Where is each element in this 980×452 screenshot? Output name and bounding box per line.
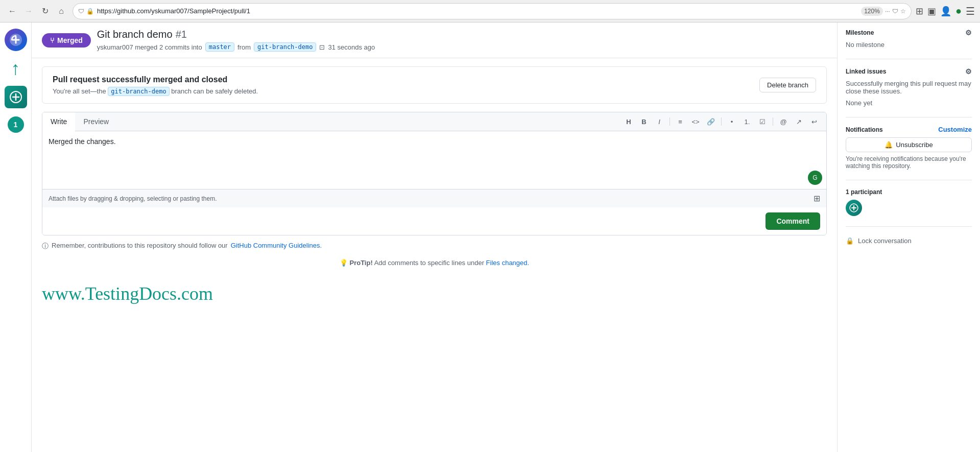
comment-textarea[interactable]: Merged the changes.	[42, 131, 826, 187]
milestone-value: No milestone	[846, 41, 972, 49]
tab-write[interactable]: Write	[42, 112, 75, 131]
customize-link[interactable]: Customize	[938, 126, 972, 133]
notifications-title: Notifications Customize	[846, 126, 972, 133]
zoom-level: 120%	[861, 7, 883, 16]
files-changed-link[interactable]: Files changed.	[486, 259, 530, 267]
toolbar-ref[interactable]: ↗	[792, 115, 806, 128]
toolbar-ordered-list[interactable]: 1.	[740, 115, 754, 128]
pr-from-text: from	[237, 43, 251, 51]
content-row: ⑂ Merged Git branch demo #1 yskumar007 m…	[32, 22, 980, 452]
comment-button[interactable]: Comment	[766, 212, 820, 230]
unsubscribe-button[interactable]: 🔔 Unsubscribe	[846, 137, 972, 152]
base-branch: master	[205, 42, 234, 52]
address-bar-icons: 🛡 🔒	[78, 8, 94, 15]
protip-text: Add comments to specific lines under	[374, 259, 484, 267]
toolbar-unordered-list[interactable]: •	[725, 115, 739, 128]
user-avatar: G	[808, 171, 822, 185]
editor-body: Merged the changes. G	[42, 131, 826, 189]
info-icon: ⓘ	[42, 242, 49, 251]
lock-icon: 🔒	[846, 237, 854, 245]
lock-icon: 🔒	[86, 8, 94, 15]
pr-title: Git branch demo	[97, 29, 173, 40]
linked-issues-desc: Successfully merging this pull request m…	[846, 80, 972, 95]
toolbar-bold[interactable]: B	[637, 115, 651, 128]
head-branch: git-branch-demo	[254, 42, 316, 52]
merged-box: Pull request successfully merged and clo…	[42, 66, 827, 104]
toolbar-italic[interactable]: I	[652, 115, 666, 128]
menu-button[interactable]: ☰	[966, 5, 975, 17]
merged-sub-prefix: You're all set—the	[53, 87, 106, 95]
unsubscribe-label: Unsubscribe	[896, 141, 933, 149]
pr-meta: yskumar007 merged 2 commits into master …	[97, 42, 375, 52]
address-bar[interactable]: 🛡 🔒 https://github.com/yskumar007/Sample…	[73, 3, 912, 19]
pr-number: #1	[176, 29, 187, 40]
merged-sub-suffix: branch can be safely deleted.	[171, 87, 258, 95]
toolbar-task-list[interactable]: ☑	[755, 115, 770, 128]
sidebar-arrow: ↑	[11, 59, 20, 78]
merged-box-text: Pull request successfully merged and clo…	[53, 75, 258, 95]
watermark: www.TestingDocs.com	[42, 273, 827, 310]
browser-chrome: ← → ↻ ⌂ 🛡 🔒 https://github.com/yskumar00…	[0, 0, 980, 22]
pocket-icon[interactable]: 🛡	[892, 8, 898, 15]
editor-toolbar: H B I ≡ <> 🔗 • 1. ☑ @	[616, 112, 826, 131]
lock-conversation-button[interactable]: 🔒 Lock conversation	[846, 235, 972, 247]
extensions-icon[interactable]: ⊞	[916, 6, 923, 17]
toolbar-divider-2	[721, 117, 722, 126]
toolbar-mention[interactable]: @	[776, 115, 791, 128]
pr-header: ⑂ Merged Git branch demo #1 yskumar007 m…	[32, 22, 837, 58]
milestone-gear-icon[interactable]: ⚙	[965, 29, 972, 37]
back-button[interactable]: ←	[5, 4, 19, 18]
home-button[interactable]: ⌂	[54, 4, 68, 18]
copy-icon[interactable]: ⊡	[319, 43, 325, 51]
lock-label: Lock conversation	[858, 237, 912, 245]
sidebar-lock: 🔒 Lock conversation	[846, 226, 972, 247]
sidebar-participants: 1 participant	[846, 180, 972, 216]
protip: 💡 ProTip! Add comments to specific lines…	[42, 253, 827, 273]
tab-preview[interactable]: Preview	[75, 112, 117, 131]
shield-icon: 🛡	[78, 8, 84, 15]
linked-issues-gear-icon[interactable]: ⚙	[965, 67, 972, 76]
toolbar-code[interactable]: <>	[688, 115, 703, 128]
toolbar-quote[interactable]: ≡	[673, 115, 687, 128]
sidebar-logo	[5, 86, 27, 108]
pr-title-area: Git branch demo #1 yskumar007 merged 2 c…	[97, 29, 375, 52]
step-badge: 1	[8, 116, 24, 133]
markdown-icon: ⊞	[814, 194, 820, 203]
linked-issues-value: None yet	[846, 99, 972, 107]
attach-text: Attach files by dragging & dropping, sel…	[49, 195, 217, 202]
lightbulb-icon: 💡	[340, 259, 348, 267]
browser-right-icons: ⊞ ▣ 👤 ● ☰	[916, 5, 975, 17]
toolbar-heading[interactable]: H	[622, 115, 636, 128]
delete-branch-button[interactable]: Delete branch	[759, 78, 816, 92]
guidelines-link[interactable]: GitHub Community Guidelines.	[231, 242, 322, 249]
toolbar-undo[interactable]: ↩	[807, 115, 821, 128]
address-bar-right: 120% ··· 🛡 ☆	[861, 7, 906, 16]
editor-tabs: Write Preview H B I ≡ <> 🔗 •	[42, 112, 826, 131]
participant-avatar[interactable]	[846, 200, 862, 216]
forward-button[interactable]: →	[21, 4, 36, 18]
left-sidebar: ↑ 1	[0, 22, 32, 452]
profile-icon[interactable]: 👤	[940, 6, 951, 17]
bell-icon: 🔔	[885, 141, 893, 149]
footer-note: ⓘ Remember, contributions to this reposi…	[42, 235, 827, 253]
merged-box-title: Pull request successfully merged and clo…	[53, 75, 258, 84]
merged-label: Merged	[57, 36, 83, 44]
comment-actions: Comment	[42, 207, 826, 235]
page-wrapper: ↑ 1 ⑂ Merged Git branch demo #1	[0, 22, 980, 452]
pr-meta-text: yskumar007 merged 2 commits into	[97, 43, 202, 51]
star-icon[interactable]: ☆	[900, 8, 906, 15]
milestone-title: Milestone ⚙	[846, 29, 972, 37]
tabs-icon[interactable]: ▣	[927, 6, 936, 17]
linked-issues-title: Linked issues ⚙	[846, 67, 972, 76]
nav-buttons: ← → ↻ ⌂	[5, 4, 68, 18]
sidebar-linked-issues: Linked issues ⚙ Successfully merging thi…	[846, 59, 972, 107]
github-icon[interactable]: ●	[955, 5, 962, 17]
sidebar-milestone: Milestone ⚙ No milestone	[846, 29, 972, 49]
more-options-icon[interactable]: ···	[885, 8, 890, 15]
reload-button[interactable]: ↻	[38, 4, 52, 18]
toolbar-divider-3	[773, 117, 773, 126]
toolbar-link[interactable]: 🔗	[704, 115, 718, 128]
editor-footer: Attach files by dragging & dropping, sel…	[42, 189, 826, 207]
branch-inline-code: git-branch-demo	[108, 87, 169, 96]
footer-note-text: Remember, contributions to this reposito…	[52, 242, 228, 249]
